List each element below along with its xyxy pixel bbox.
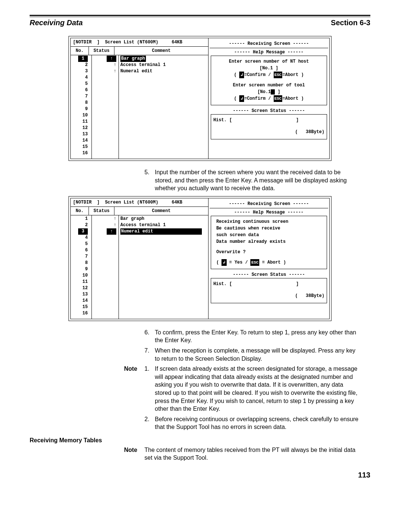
table-status: ↑ ↑ ↑	[92, 215, 119, 319]
col-header-no: No.	[71, 47, 89, 55]
selected-row: Bar graph	[120, 56, 146, 62]
status-panel: Hist. [ ] ( 38Byte)	[211, 114, 327, 139]
col-header-status: Status	[89, 47, 114, 55]
enter-key-icon: ↲	[239, 72, 244, 78]
esc-key-icon: ESC	[250, 259, 259, 266]
help-panel: Receiving continuous screen Be cautious …	[211, 216, 327, 269]
esc-key-icon: ESC	[274, 72, 283, 78]
panel-title: ------ Receiving Screen ------	[210, 200, 328, 208]
status-title: ------ Screen Status ------	[210, 108, 328, 113]
help-title: ------ Help Message ------	[210, 48, 328, 55]
table-comments: Bar graph Access terminal 1 Numeral edit	[119, 215, 208, 319]
cursor-icon	[271, 89, 275, 95]
status-title: ------ Screen Status ------	[210, 272, 328, 277]
status-panel: Hist. [ ] ( 38Byte)	[211, 278, 327, 303]
help-panel: Enter screen number of NT host [No.1 ] (…	[211, 56, 327, 105]
header-topic: Receiving Data	[30, 19, 83, 27]
header-rule	[30, 15, 370, 17]
page-header: Receiving Data Section 6-3	[30, 19, 370, 27]
selected-row: Numeral edit	[120, 228, 202, 235]
step-6: 6. To confirm, press the Enter Key. To r…	[144, 328, 359, 344]
subheading: Receiving Memory Tables	[30, 436, 370, 445]
table-numbers: 1 2 3 4 5 6 7 8 9 10 11 12 13 14 15 16	[71, 215, 92, 319]
table-numbers: 1 2 3 4 5 6 7 8 9 10 11 12 13 14 15 16	[71, 55, 92, 159]
table-status: ↑ ↑ ↑	[92, 55, 119, 159]
note-2: 2. Before receiving continuous or overla…	[124, 415, 359, 431]
note-memory-tables: Note The content of memory tables receiv…	[124, 446, 359, 462]
enter-key-icon: ↲	[221, 259, 226, 266]
enter-key-icon: ↲	[239, 95, 244, 102]
page-number: 113	[30, 471, 370, 479]
window-title: [NOTDIR ] Screen List (NT600M) 64KB	[71, 198, 208, 207]
header-section: Section 6-3	[331, 19, 370, 27]
help-title: ------ Help Message ------	[210, 208, 328, 215]
terminal-screenshot-2: [NOTDIR ] Screen List (NT600M) 64KB No. …	[69, 196, 331, 321]
esc-key-icon: ESC	[274, 95, 283, 102]
table-comments: Bar graph Access terminal 1 Numeral edit	[119, 55, 208, 159]
step-5: 5. Input the number of the screen where …	[144, 168, 359, 192]
panel-title: ------ Receiving Screen ------	[210, 40, 328, 48]
col-header-no: No.	[71, 207, 89, 215]
step-7: 7. When the reception is complete, a mes…	[144, 347, 359, 363]
terminal-screenshot-1: [NOTDIR ] Screen List (NT600M) 64KB No. …	[69, 36, 331, 161]
col-header-status: Status	[89, 207, 114, 215]
window-title: [NOTDIR ] Screen List (NT600M) 64KB	[71, 38, 208, 47]
note-1: Note 1. If screen data already exists at…	[124, 365, 359, 413]
col-header-comment: Comment	[114, 207, 208, 215]
col-header-comment: Comment	[114, 47, 208, 55]
